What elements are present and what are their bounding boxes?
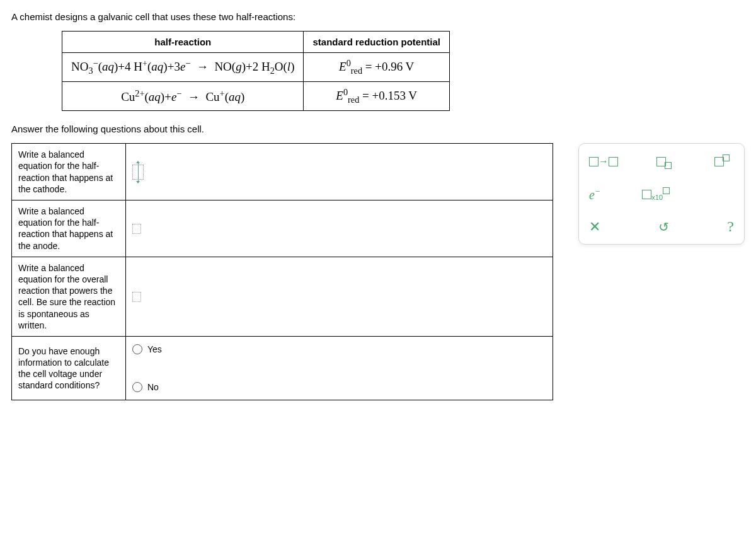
th-potential: standard reduction potential: [304, 32, 450, 53]
q2-input[interactable]: [126, 200, 553, 257]
question-intro: A chemist designs a galvanic cell that u…: [11, 11, 745, 22]
answer-table: Write a balanced equation for the half-r…: [11, 143, 553, 400]
scientific-button[interactable]: x10: [642, 185, 670, 203]
q3-label: Write a balanced equation for the overal…: [12, 257, 126, 336]
th-half-reaction: half-reaction: [62, 32, 304, 53]
half-reaction-table: half-reaction standard reduction potenti…: [62, 31, 450, 111]
potential-row-1: E0red = +0.96 V: [304, 53, 450, 82]
subscript-button[interactable]: [653, 153, 676, 170]
potential-row-2: E0red = +0.153 V: [304, 82, 450, 111]
help-button[interactable]: ?: [727, 218, 734, 235]
radio-no-row[interactable]: No: [132, 380, 546, 395]
q4-options: Yes No: [126, 336, 553, 400]
radio-yes-row[interactable]: Yes: [132, 342, 546, 357]
reaction-row-2: Cu2+(aq)+e− → Cu+(aq): [62, 82, 304, 111]
superscript-button[interactable]: [711, 153, 734, 170]
q2-label: Write a balanced equation for the half-r…: [12, 200, 126, 257]
clear-button[interactable]: ✕: [589, 219, 600, 235]
electron-button[interactable]: e−: [589, 187, 600, 202]
q4-label: Do you have enough information to calcul…: [12, 336, 126, 400]
radio-icon[interactable]: [132, 382, 142, 392]
radio-no-label: No: [147, 382, 159, 392]
q1-input[interactable]: [126, 144, 553, 200]
q3-input[interactable]: [126, 257, 553, 336]
radio-yes-label: Yes: [147, 344, 162, 354]
sub-prompt: Answer the following questions about thi…: [11, 124, 745, 134]
yields-button[interactable]: →: [589, 153, 618, 170]
placeholder-box-icon[interactable]: [132, 292, 141, 302]
undo-button[interactable]: ↻: [658, 219, 669, 235]
symbol-palette: → e− x10 ✕ ↻ ?: [578, 143, 745, 245]
q1-label: Write a balanced equation for the half-r…: [12, 144, 126, 200]
placeholder-box-icon[interactable]: [132, 224, 141, 234]
equation-cursor-icon[interactable]: [132, 165, 144, 180]
reaction-row-1: NO3−(aq)+4 H+(aq)+3e− → NO(g)+2 H2O(l): [62, 53, 304, 82]
radio-icon[interactable]: [132, 344, 142, 354]
